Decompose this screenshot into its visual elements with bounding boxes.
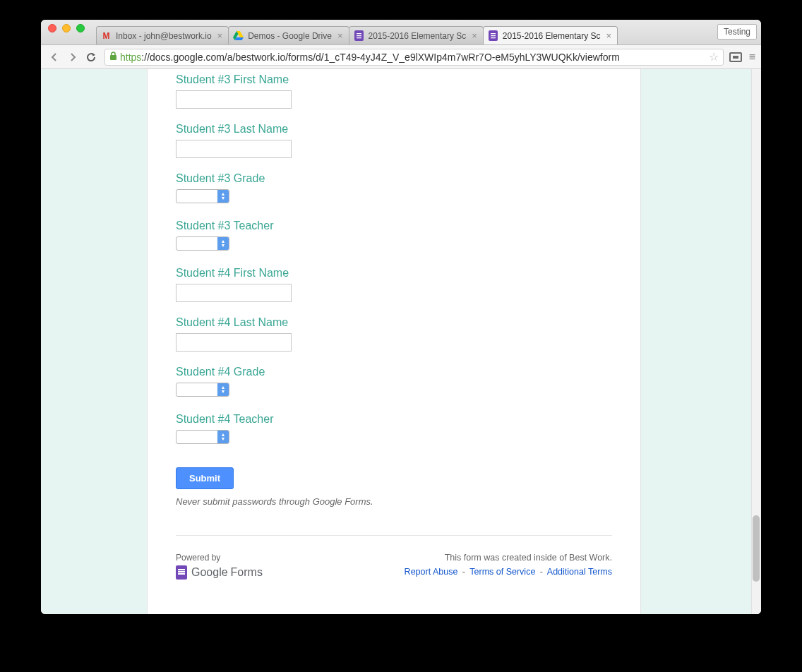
svg-rect-6 <box>357 37 361 38</box>
student4-teacher-select[interactable]: ▲▼ <box>176 430 229 444</box>
tab-drive[interactable]: Demos - Google Drive × <box>228 26 349 44</box>
titlebar: M Inbox - john@bestwork.io × Demos - Goo… <box>41 20 761 45</box>
svg-rect-10 <box>491 37 496 38</box>
url-path: ://docs.google.com/a/bestwork.io/forms/d… <box>141 52 619 63</box>
report-abuse-link[interactable]: Report Abuse <box>405 567 458 577</box>
svg-rect-4 <box>357 33 361 34</box>
field-student4-teacher: Student #4 Teacher ▲▼ <box>176 413 612 446</box>
question-label: Student #3 Grade <box>176 172 612 185</box>
toolbar: https://docs.google.com/a/bestwork.io/fo… <box>41 45 761 69</box>
tab-strip: M Inbox - john@bestwork.io × Demos - Goo… <box>96 20 761 44</box>
back-button[interactable] <box>47 49 62 65</box>
question-label: Student #4 Last Name <box>176 316 612 329</box>
close-icon[interactable]: × <box>216 30 225 41</box>
password-disclaimer: Never submit passwords through Google Fo… <box>176 496 612 507</box>
scrollbar-thumb[interactable] <box>753 515 760 582</box>
brand-google: Google <box>191 566 228 579</box>
field-student4-firstname: Student #4 First Name <box>176 267 612 302</box>
question-label: Student #3 Teacher <box>176 220 612 232</box>
close-icon[interactable]: × <box>605 30 614 41</box>
student3-lastname-input[interactable] <box>176 140 292 158</box>
svg-rect-12 <box>110 55 116 60</box>
bookmark-icon[interactable]: ☆ <box>709 50 719 64</box>
question-label: Student #4 Teacher <box>176 413 612 426</box>
question-label: Student #3 Last Name <box>176 123 612 136</box>
scrollbar[interactable] <box>751 69 761 614</box>
tab-gmail[interactable]: M Inbox - john@bestwork.io × <box>96 26 229 44</box>
form-card: Student #3 First Name Student #3 Last Na… <box>147 69 641 614</box>
chevron-updown-icon: ▲▼ <box>217 431 229 443</box>
browser-window: M Inbox - john@bestwork.io × Demos - Goo… <box>41 20 761 614</box>
toolbar-right: ≡ <box>729 51 755 64</box>
window-zoom-button[interactable] <box>76 24 85 32</box>
tab-title: 2015-2016 Elementary Sc <box>503 31 601 41</box>
student4-lastname-input[interactable] <box>176 333 292 352</box>
chevron-updown-icon: ▲▼ <box>217 190 229 203</box>
field-student3-grade: Student #3 Grade ▲▼ <box>176 172 612 205</box>
chevron-updown-icon: ▲▼ <box>217 237 229 250</box>
address-bar[interactable]: https://docs.google.com/a/bestwork.io/fo… <box>104 49 724 66</box>
svg-rect-8 <box>491 33 496 34</box>
present-icon[interactable] <box>729 52 742 62</box>
form-footer: Powered by Google Forms This form was cr… <box>176 536 612 601</box>
footer-links: Report Abuse - Terms of Service - Additi… <box>405 567 612 577</box>
terms-of-service-link[interactable]: Terms of Service <box>469 567 535 577</box>
student4-grade-select[interactable]: ▲▼ <box>176 383 229 397</box>
student3-grade-select[interactable]: ▲▼ <box>176 189 229 203</box>
created-inside-text: This form was created inside of Best Wor… <box>405 553 612 563</box>
additional-terms-link[interactable]: Additional Terms <box>547 567 612 577</box>
forms-icon <box>176 565 187 580</box>
drive-icon <box>233 30 244 41</box>
close-icon[interactable]: × <box>470 30 479 41</box>
tab-form-2[interactable]: 2015-2016 Elementary Sc × <box>483 26 618 44</box>
close-icon[interactable]: × <box>336 30 345 41</box>
svg-rect-5 <box>357 35 361 36</box>
question-label: Student #3 First Name <box>176 73 612 86</box>
student3-firstname-input[interactable] <box>176 90 292 109</box>
traffic-lights <box>41 20 92 32</box>
field-student3-lastname: Student #3 Last Name <box>176 123 612 158</box>
window-minimize-button[interactable] <box>62 24 71 32</box>
svg-marker-11 <box>92 53 95 56</box>
field-student4-lastname: Student #4 Last Name <box>176 316 612 352</box>
student3-teacher-select[interactable]: ▲▼ <box>176 236 229 251</box>
svg-rect-9 <box>491 35 496 36</box>
url-protocol: https <box>120 52 141 63</box>
question-label: Student #4 Grade <box>176 366 612 378</box>
powered-by-block: Powered by Google Forms <box>176 553 263 580</box>
forward-button[interactable] <box>65 49 80 65</box>
footer-right: This form was created inside of Best Wor… <box>405 553 612 577</box>
student4-firstname-input[interactable] <box>176 284 292 302</box>
powered-by-label: Powered by <box>176 553 263 563</box>
forms-icon <box>354 30 364 41</box>
tab-title: 2015-2016 Elementary Sc <box>369 31 467 41</box>
submit-button[interactable]: Submit <box>176 467 234 489</box>
field-student4-grade: Student #4 Grade ▲▼ <box>176 366 612 399</box>
menu-icon[interactable]: ≡ <box>749 51 755 64</box>
gmail-icon: M <box>101 30 112 41</box>
page-viewport: Student #3 First Name Student #3 Last Na… <box>41 69 761 614</box>
tab-title: Inbox - john@bestwork.io <box>116 31 212 41</box>
google-forms-brand[interactable]: Google Forms <box>176 565 263 580</box>
chevron-updown-icon: ▲▼ <box>217 383 229 396</box>
question-label: Student #4 First Name <box>176 267 612 280</box>
field-student3-firstname: Student #3 First Name <box>176 69 612 109</box>
window-close-button[interactable] <box>48 24 56 32</box>
tab-form-1[interactable]: 2015-2016 Elementary Sc × <box>349 26 484 44</box>
testing-badge: Testing <box>717 24 757 40</box>
field-student3-teacher: Student #3 Teacher ▲▼ <box>176 220 612 253</box>
lock-icon <box>109 52 117 63</box>
reload-button[interactable] <box>83 49 99 65</box>
tab-title: Demos - Google Drive <box>248 31 332 41</box>
brand-forms: Forms <box>231 566 263 579</box>
forms-icon <box>488 30 498 41</box>
